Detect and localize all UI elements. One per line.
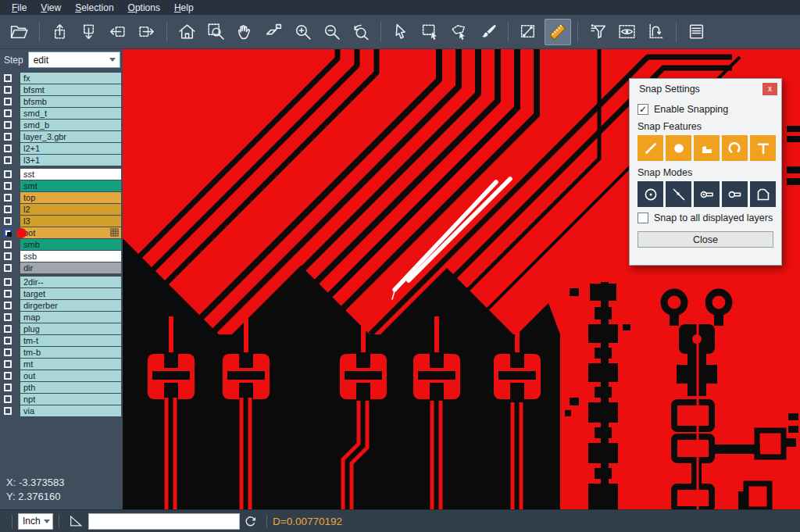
- layer-name[interactable]: smd_b: [20, 120, 121, 130]
- layer-visibility-checkbox[interactable]: [4, 217, 12, 225]
- layer-visibility-checkbox[interactable]: [4, 241, 12, 248]
- layer-visibility-checkbox[interactable]: [4, 252, 12, 260]
- layer-name[interactable]: dir: [20, 262, 121, 273]
- home-view-button[interactable]: [174, 19, 201, 45]
- layer-name[interactable]: target: [20, 288, 121, 299]
- snap-line-button[interactable]: [638, 135, 663, 161]
- measure-points-button[interactable]: [516, 19, 542, 45]
- filter-button[interactable]: [585, 19, 612, 45]
- layer-name[interactable]: tm-b: [20, 347, 121, 358]
- select-rectangle-button[interactable]: [417, 19, 444, 45]
- pan-hand-button[interactable]: [232, 19, 259, 45]
- pan-down-button[interactable]: [76, 19, 102, 45]
- snap-end-dot-button[interactable]: [694, 181, 720, 207]
- layer-name[interactable]: out: [20, 370, 121, 381]
- pan-up-button[interactable]: [47, 19, 73, 45]
- layer-visibility-checkbox[interactable]: [4, 325, 12, 333]
- close-button[interactable]: Close: [638, 231, 773, 248]
- layer-row-smb[interactable]: smb: [0, 239, 123, 250]
- refresh-icon[interactable]: [243, 514, 258, 529]
- select-arrow-button[interactable]: [388, 19, 415, 45]
- layer-visibility-checkbox[interactable]: [4, 302, 12, 309]
- angle-corner-icon[interactable]: [68, 513, 84, 529]
- layer-name[interactable]: smt: [20, 180, 121, 191]
- zoom-previous-button[interactable]: [348, 19, 374, 45]
- layer-name[interactable]: map: [20, 312, 121, 323]
- layer-row-npt[interactable]: npt: [0, 394, 123, 405]
- zoom-out-button[interactable]: [319, 19, 345, 45]
- layer-name[interactable]: pth: [20, 382, 121, 393]
- layer-row-l3+1[interactable]: l3+1: [0, 155, 123, 166]
- layer-row-l2[interactable]: l2: [0, 204, 123, 215]
- unit-select[interactable]: Inch: [18, 513, 53, 530]
- layer-name[interactable]: dirgerber: [20, 300, 121, 311]
- layer-row-fx[interactable]: fx: [0, 73, 123, 84]
- select-polygon-button[interactable]: [446, 19, 473, 45]
- layer-row-bfsmb[interactable]: bfsmb: [0, 96, 123, 107]
- close-icon[interactable]: x: [762, 83, 777, 95]
- layer-visibility-checkbox[interactable]: [4, 264, 12, 272]
- pan-left-button[interactable]: [105, 19, 131, 45]
- snap-arc-button[interactable]: [722, 135, 748, 161]
- layer-row-target[interactable]: target: [0, 288, 123, 299]
- step-select[interactable]: edit: [28, 52, 120, 68]
- layer-name[interactable]: via: [20, 405, 121, 416]
- layer-name[interactable]: l3+1: [20, 155, 121, 166]
- layer-row-via[interactable]: via: [0, 405, 123, 416]
- layer-visibility-checkbox[interactable]: [4, 133, 12, 141]
- layer-visibility-checkbox[interactable]: [4, 348, 12, 356]
- layer-row-layer_3.gbr[interactable]: layer_3.gbr: [0, 131, 123, 142]
- layer-name[interactable]: bfsmb: [20, 96, 121, 107]
- layer-visibility-checkbox[interactable]: [4, 278, 12, 286]
- measure-ruler-button[interactable]: [545, 19, 571, 45]
- menu-help[interactable]: Help: [167, 2, 201, 14]
- layer-visibility-checkbox[interactable]: [4, 337, 12, 345]
- enable-snapping-checkbox[interactable]: ✓: [638, 104, 648, 115]
- menu-file[interactable]: File: [5, 2, 34, 14]
- layer-name[interactable]: ssb: [20, 251, 121, 262]
- layer-visibility-checkbox[interactable]: [4, 290, 12, 298]
- layer-name[interactable]: bot: [20, 227, 121, 238]
- layer-visibility-checkbox[interactable]: [4, 170, 12, 178]
- layer-row-dir[interactable]: dir: [0, 262, 123, 273]
- layer-row-map[interactable]: map: [0, 312, 123, 323]
- layer-row-pth[interactable]: pth: [0, 382, 123, 393]
- layer-name[interactable]: plug: [20, 323, 121, 334]
- layer-row-sst[interactable]: sst: [0, 169, 123, 180]
- menu-options[interactable]: Options: [121, 2, 167, 14]
- snap-vertex-button[interactable]: [750, 181, 776, 207]
- layer-visibility-checkbox[interactable]: [4, 395, 12, 403]
- layer-row-tm-t[interactable]: tm-t: [0, 335, 123, 346]
- layer-visibility-checkbox[interactable]: [4, 145, 12, 152]
- layer-name[interactable]: bfsmt: [20, 84, 121, 95]
- layer-name[interactable]: layer_3.gbr: [20, 131, 121, 142]
- layer-visibility-checkbox[interactable]: [4, 384, 12, 391]
- snap-on-feature-button[interactable]: [666, 181, 691, 207]
- layer-name[interactable]: l2+1: [20, 143, 121, 154]
- layer-name[interactable]: npt: [20, 394, 121, 405]
- layer-visibility-checkbox[interactable]: [4, 360, 12, 368]
- layer-name[interactable]: smb: [20, 239, 121, 250]
- zoom-object-button[interactable]: [261, 19, 288, 45]
- menu-selection[interactable]: Selection: [68, 2, 120, 14]
- layer-visibility-checkbox[interactable]: [4, 156, 12, 164]
- layer-visibility-checkbox[interactable]: [4, 98, 12, 105]
- dialog-titlebar[interactable]: Snap Settings x: [630, 79, 781, 98]
- menu-view[interactable]: View: [34, 2, 68, 14]
- layer-name[interactable]: 2dir--: [20, 277, 121, 287]
- layer-name[interactable]: l3: [20, 216, 121, 227]
- layer-row-bfsmt[interactable]: bfsmt: [0, 84, 123, 95]
- layer-row-l2+1[interactable]: l2+1: [0, 143, 123, 154]
- open-folder-button[interactable]: [6, 19, 33, 45]
- layer-row-smd_b[interactable]: smd_b: [0, 120, 123, 130]
- layer-visibility-checkbox[interactable]: [4, 372, 12, 380]
- measure-path-button[interactable]: [643, 19, 670, 45]
- layer-visibility-checkbox[interactable]: [4, 74, 12, 82]
- layer-row-dirgerber[interactable]: dirgerber: [0, 300, 123, 311]
- layer-row-smt[interactable]: smt: [0, 180, 123, 191]
- layer-name[interactable]: smd_t: [20, 108, 121, 119]
- layer-visibility-checkbox[interactable]: [4, 121, 12, 129]
- snap-all-checkbox[interactable]: [638, 212, 648, 223]
- layer-row-mt[interactable]: mt: [0, 359, 123, 370]
- layer-visibility-checkbox[interactable]: [4, 205, 12, 213]
